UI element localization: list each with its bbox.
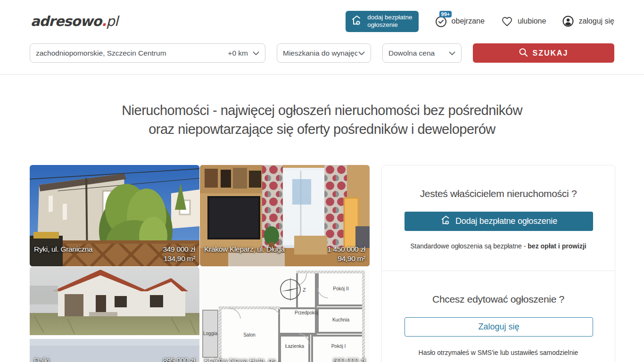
listing-address: Ryki, ul. Graniczna: [34, 245, 92, 254]
house-add-icon: [351, 14, 363, 28]
hero-section: Nieruchomości - najwięcej ogłoszeń nieru…: [0, 101, 644, 139]
user-icon: [562, 15, 574, 27]
svg-text:Pokój II: Pokój II: [333, 286, 348, 291]
brand-logo[interactable]: adresowo.pl: [31, 13, 118, 29]
search-bar: zachodniopomorskie, Szczecin Centrum +0 …: [0, 37, 644, 74]
category-select[interactable]: Mieszkania do wynajęc: [277, 43, 371, 63]
listing-card[interactable]: Kraków Kleparz, ul. Długa 1 450 000 zł 9…: [200, 165, 370, 266]
search-icon: [519, 48, 528, 59]
listings-grid: Ryki, ul. Graniczna 349 000 zł 134,90 m²: [30, 165, 370, 362]
listing-address: Dalki: [34, 356, 50, 362]
radius-value: +0 km: [228, 49, 248, 58]
price-value: Dowolna cena: [388, 49, 435, 58]
price-select[interactable]: Dowolna cena: [382, 43, 462, 63]
svg-text:Salon: Salon: [243, 332, 256, 337]
top-header: adresowo.pl dodaj bezpłatne ogłoszenie: [0, 0, 644, 37]
category-value: Mieszkania do wynajęc: [283, 49, 357, 58]
svg-text:Łazienka: Łazienka: [285, 344, 304, 349]
listing-price: 349 000 zł: [163, 245, 195, 254]
owner-title: Jesteś właścicielem nieruchomości ?: [405, 188, 592, 199]
listing-caption: Ryki, ul. Graniczna 349 000 zł 134,90 m²: [30, 245, 199, 263]
listing-price: 895 000 zł: [163, 356, 195, 362]
sidebar-login-label: Zaloguj się: [478, 322, 519, 332]
listing-area: 94,90 m²: [204, 254, 365, 263]
listing-card[interactable]: Dalki 895 000 zł: [30, 267, 199, 362]
brand-name: adresowo: [31, 13, 101, 29]
house-add-icon: [440, 214, 452, 228]
listing-card[interactable]: Ryki, ul. Graniczna 349 000 zł 134,90 m²: [30, 165, 199, 266]
svg-text:Z: Z: [303, 287, 306, 293]
heart-icon: [501, 16, 513, 27]
location-input[interactable]: zachodniopomorskie, Szczecin Centrum +0 …: [30, 43, 265, 63]
svg-text:Pokój I: Pokój I: [331, 344, 346, 349]
location-value: zachodniopomorskie, Szczecin Centrum: [36, 49, 166, 58]
listing-address: Kraków Kleparz, ul. Długa: [204, 245, 285, 254]
chevron-down-icon: [449, 49, 455, 58]
listing-caption: Kraków Nowa Huta, os... 600 000 zł: [200, 356, 370, 362]
owner-note: Standardowe ogłoszenia są bezpłatne - be…: [405, 242, 592, 250]
login-link[interactable]: zaloguj się: [562, 15, 614, 27]
chevron-down-icon: [253, 49, 259, 58]
edit-section: Chcesz edytować ogłoszenie ? Zaloguj się…: [382, 271, 615, 362]
header-nav: dodaj bezpłatne ogłoszenie 99+ obejrzane: [346, 11, 614, 32]
favorites-link[interactable]: ulubione: [501, 16, 546, 27]
login-label: zaloguj się: [578, 17, 614, 25]
add-listing-label: dodaj bezpłatne ogłoszenie: [367, 14, 412, 29]
listing-price: 600 000 zł: [333, 356, 365, 362]
listing-photo: [30, 267, 199, 362]
listing-address: Kraków Nowa Huta, os...: [204, 356, 281, 362]
brand-suffix: pl: [106, 13, 117, 29]
viewed-link[interactable]: 99+ obejrzane: [435, 15, 485, 28]
sidebar-add-listing-label: Dodaj bezpłatne ogłoszenie: [455, 216, 557, 226]
sidebar-add-listing-button[interactable]: Dodaj bezpłatne ogłoszenie: [405, 212, 593, 231]
viewed-label: obejrzane: [452, 17, 485, 25]
listing-caption: Dalki 895 000 zł: [30, 356, 199, 362]
favorites-label: ulubione: [518, 17, 546, 25]
page-title: Nieruchomości - najwięcej ogłoszeń nieru…: [0, 101, 644, 139]
svg-text:Przedpokój: Przedpokój: [295, 310, 318, 315]
svg-text:Kuchnia: Kuchnia: [332, 317, 350, 322]
listing-price: 1 450 000 zł: [327, 245, 365, 254]
owner-section: Jesteś właścicielem nieruchomości ? Doda…: [382, 165, 615, 271]
listing-caption: Kraków Kleparz, ul. Długa 1 450 000 zł 9…: [200, 245, 370, 263]
listing-floorplan: Z Pokój II Przedpokój Kuchnia Loggia Sal…: [200, 267, 370, 362]
chevron-down-icon: [358, 49, 365, 58]
svg-text:Loggia: Loggia: [203, 331, 217, 336]
search-button[interactable]: SZUKAJ: [473, 43, 614, 63]
owner-panel: Jesteś właścicielem nieruchomości ? Doda…: [381, 165, 615, 362]
add-listing-button[interactable]: dodaj bezpłatne ogłoszenie: [346, 11, 418, 32]
radius-dropdown[interactable]: +0 km: [228, 49, 259, 58]
edit-note: Hasło otrzymałeś w SMS'ie lub ustawiłeś …: [405, 349, 592, 356]
edit-title: Chcesz edytować ogłoszenie ?: [405, 294, 592, 305]
listing-area: 134,90 m²: [34, 254, 195, 263]
listing-card[interactable]: Z Pokój II Przedpokój Kuchnia Loggia Sal…: [200, 267, 370, 362]
search-button-label: SZUKAJ: [532, 49, 568, 58]
viewed-count-badge: 99+: [439, 11, 452, 17]
brand-dot: .: [101, 13, 106, 29]
main-content: Ryki, ul. Graniczna 349 000 zł 134,90 m²: [0, 165, 644, 362]
sidebar-login-button[interactable]: Zaloguj się: [405, 317, 593, 337]
